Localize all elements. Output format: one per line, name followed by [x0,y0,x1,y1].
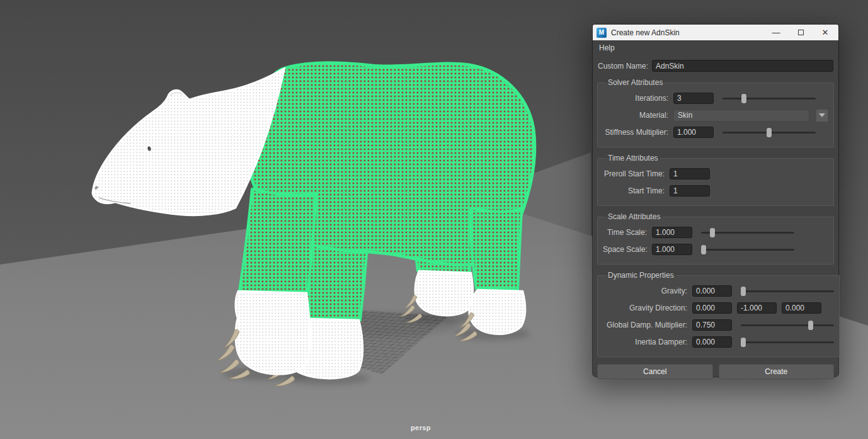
gravity-direction-x-input[interactable] [692,302,732,314]
slider-track[interactable] [701,249,794,251]
slider-handle[interactable] [808,321,813,330]
global-damp-label: Global Damp. Multiplier: [603,321,687,329]
iterations-row: Iterations: [603,92,828,105]
stiffness-input[interactable] [673,127,714,138]
gravity-direction-row: Gravity Direction: [603,302,834,314]
custom-name-row: Custom Name: [598,60,833,72]
gravity-label: Gravity: [603,287,687,295]
maya-application-window: persp M Create new AdnSkin — ✕ Help Cust… [0,0,868,439]
gravity-direction-y-input[interactable] [737,302,777,314]
dialog-titlebar[interactable]: M Create new AdnSkin — ✕ [593,25,838,40]
stiffness-label: Stiffness Multiplier: [603,128,668,137]
material-row: Material: Skin [603,109,828,122]
custom-name-label: Custom Name: [598,62,648,71]
space-scale-label: Space Scale: [603,245,647,254]
time-attributes-title: Time Attributes [605,154,661,162]
global-damp-slider[interactable] [741,320,834,331]
camera-label: persp [411,424,431,431]
cancel-button[interactable]: Cancel [597,364,713,379]
scale-attributes-group: Scale Attributes Time Scale: Space Scale… [597,212,834,265]
close-button[interactable]: ✕ [815,25,835,40]
slider-track[interactable] [741,290,834,292]
start-time-row: Start Time: [603,185,828,197]
preroll-row: Preroll Start Time: [603,168,828,180]
time-scale-label: Time Scale: [603,228,647,237]
material-label: Material: [603,111,668,120]
solver-attributes-group: Solver Attributes Iterations: Material: … [597,78,834,147]
iterations-slider[interactable] [722,93,816,104]
start-time-input[interactable] [670,185,710,197]
create-button[interactable]: Create [719,364,835,379]
maya-logo-icon: M [597,28,607,38]
time-scale-slider[interactable] [701,227,794,238]
global-damp-row: Global Damp. Multiplier: [603,319,834,331]
dynamic-properties-group: Dynamic Properties Gravity: Gravity Dire… [597,271,840,357]
slider-handle[interactable] [710,228,715,237]
slider-track[interactable] [722,98,816,100]
bear-rear-near-foot [469,290,525,334]
slider-track[interactable] [741,341,834,343]
gravity-input[interactable] [692,285,732,297]
gravity-direction-label: Gravity Direction: [603,304,687,312]
scale-attributes-title: Scale Attributes [605,212,663,221]
maximize-icon [798,30,804,35]
inertia-damper-input[interactable] [692,336,732,348]
space-scale-input[interactable] [652,244,692,255]
slider-handle[interactable] [741,94,746,103]
slider-handle[interactable] [767,128,772,137]
solver-attributes-title: Solver Attributes [605,78,665,87]
dialog-title: Create new AdnSkin [611,28,762,37]
global-damp-input[interactable] [692,319,732,331]
bear-rear-near-leg [471,208,522,290]
iterations-label: Iterations: [603,94,668,103]
minimize-button[interactable]: — [766,25,786,40]
iterations-input[interactable] [673,93,714,104]
dialog-button-row: Cancel Create [597,364,834,379]
space-scale-slider[interactable] [701,244,794,255]
slider-handle[interactable] [701,245,706,254]
bear-front-near-foot [236,291,310,374]
menu-help[interactable]: Help [599,43,615,52]
stiffness-row: Stiffness Multiplier: [603,126,828,139]
material-dropdown[interactable]: Skin [673,110,809,122]
time-scale-row: Time Scale: [603,226,828,239]
gravity-row: Gravity: [603,285,834,297]
maximize-button[interactable] [791,25,811,40]
create-adnskin-dialog: M Create new AdnSkin — ✕ Help Custom Nam… [593,25,838,377]
slider-handle[interactable] [741,338,746,347]
bear-front-near-leg [239,189,316,294]
material-dropdown-button[interactable] [816,109,828,122]
bear-rear-far-foot [415,271,473,316]
preroll-input[interactable] [670,168,710,180]
slider-track[interactable] [701,232,794,234]
inertia-damper-slider[interactable] [741,337,834,348]
slider-handle[interactable] [741,287,746,296]
gravity-slider[interactable] [741,286,834,297]
start-time-label: Start Time: [603,186,665,195]
space-scale-row: Space Scale: [603,243,828,256]
slider-track[interactable] [741,324,834,326]
inertia-damper-label: Inertia Damper: [603,338,687,346]
chevron-down-icon [819,113,825,117]
time-attributes-group: Time Attributes Preroll Start Time: Star… [597,154,834,206]
gravity-direction-z-input[interactable] [782,302,821,314]
time-scale-input[interactable] [652,227,692,238]
dialog-menubar: Help [593,40,838,55]
custom-name-input[interactable] [652,60,833,72]
inertia-damper-row: Inertia Damper: [603,336,834,348]
dynamic-properties-title: Dynamic Properties [605,271,677,280]
preroll-label: Preroll Start Time: [603,169,665,178]
stiffness-slider[interactable] [722,127,816,138]
